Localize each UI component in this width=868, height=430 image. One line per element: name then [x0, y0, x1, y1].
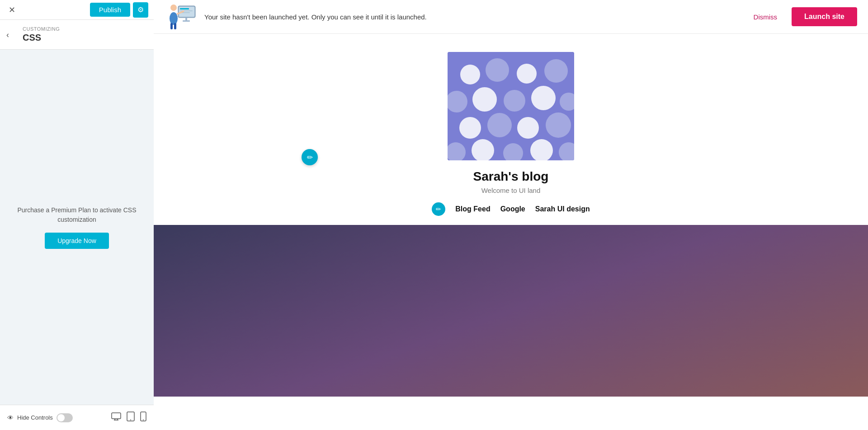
close-icon: ✕ [9, 5, 15, 15]
svg-point-26 [472, 87, 497, 112]
site-tagline: Welcome to UI land [481, 187, 541, 194]
svg-point-22 [486, 58, 509, 82]
tablet-view-button[interactable] [127, 411, 135, 424]
svg-point-33 [546, 112, 571, 138]
mobile-view-button[interactable] [140, 411, 146, 424]
svg-point-16 [170, 12, 178, 25]
customizing-label: Customizing [23, 26, 146, 32]
hide-controls-toggle[interactable] [57, 413, 73, 422]
site-navigation: ✏ Blog Feed Google Sarah UI design [432, 202, 590, 216]
svg-rect-0 [112, 413, 121, 419]
publish-settings-group: Publish ⚙ [90, 2, 148, 18]
dismiss-button[interactable]: Dismiss [746, 13, 785, 21]
upgrade-now-button[interactable]: Upgrade Now [45, 233, 109, 249]
svg-point-30 [459, 117, 481, 139]
site-logo-image [448, 52, 574, 160]
hide-controls-group: 👁 Hide Controls [7, 413, 73, 422]
website-preview: Sarah's blog Welcome to UI land ✏ Blog F… [154, 34, 868, 430]
svg-rect-18 [170, 23, 173, 29]
settings-button[interactable]: ⚙ [133, 2, 148, 18]
bottom-bar: 👁 Hide Controls [0, 405, 154, 430]
device-buttons [111, 411, 146, 424]
svg-point-27 [504, 90, 525, 112]
launch-banner: Your site hasn't been launched yet. Only… [154, 0, 868, 34]
nav-item-google[interactable]: Google [500, 205, 525, 213]
desktop-view-button[interactable] [111, 412, 121, 423]
launch-site-button[interactable]: Launch site [792, 7, 857, 26]
svg-rect-11 [180, 10, 193, 11]
svg-rect-13 [185, 18, 187, 20]
section-title: CSS [23, 33, 146, 43]
back-button[interactable]: ‹ [6, 30, 9, 39]
svg-point-24 [544, 59, 568, 83]
svg-point-23 [517, 64, 537, 84]
site-header: Sarah's blog Welcome to UI land ✏ Blog F… [154, 34, 868, 225]
pencil-icon: ✏ [307, 153, 313, 162]
panel-content: Purchase a Premium Plan to activate CSS … [0, 50, 154, 405]
gear-icon: ⚙ [137, 5, 144, 14]
svg-point-21 [460, 65, 480, 84]
svg-point-7 [143, 420, 144, 421]
desktop-icon [111, 412, 121, 423]
edit-pencil-button[interactable]: ✏ [302, 149, 318, 165]
svg-point-28 [531, 86, 556, 110]
nav-item-sarah-ui-design[interactable]: Sarah UI design [535, 205, 590, 213]
svg-point-15 [170, 5, 177, 11]
banner-text: Your site hasn't been launched yet. Only… [204, 13, 739, 21]
banner-illustration [165, 2, 197, 31]
hide-controls-label: Hide Controls [17, 414, 53, 421]
svg-rect-14 [183, 20, 190, 22]
site-name: Sarah's blog [473, 169, 549, 184]
nav-pencil-icon: ✏ [432, 202, 445, 216]
svg-point-5 [130, 420, 131, 421]
upgrade-message: Purchase a Premium Plan to activate CSS … [14, 206, 140, 224]
preview-area: ✏ Your site hasn't been launched yet. On… [154, 0, 868, 430]
svg-point-32 [517, 117, 539, 139]
close-button[interactable]: ✕ [5, 4, 18, 16]
left-panel: ✕ Publish ⚙ ‹ Customizing CSS Purchase a… [0, 0, 154, 430]
site-dark-section [154, 225, 868, 397]
publish-button[interactable]: Publish [90, 3, 130, 17]
hide-controls-icon: 👁 [7, 414, 14, 421]
back-icon: ‹ [6, 30, 9, 39]
breadcrumb-section: ‹ Customizing CSS [0, 20, 154, 50]
top-bar: ✕ Publish ⚙ [0, 0, 154, 20]
svg-point-31 [487, 113, 512, 137]
svg-rect-19 [174, 23, 176, 29]
polka-dot-background [448, 52, 574, 160]
svg-rect-10 [180, 8, 189, 9]
tablet-icon [127, 411, 135, 424]
mobile-icon [140, 411, 146, 424]
nav-item-blog-feed[interactable]: Blog Feed [455, 205, 490, 213]
